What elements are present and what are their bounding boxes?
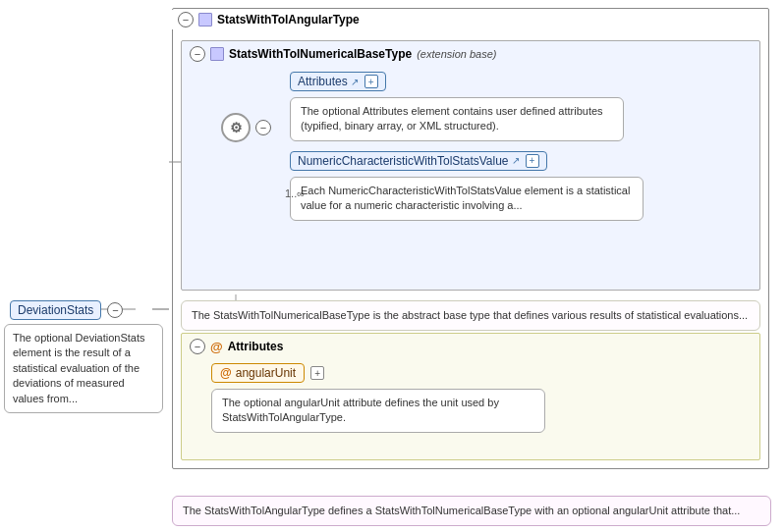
angular-unit-label: angularUnit (236, 366, 296, 380)
inner-class-name: StatsWithTolNumericalBaseType (229, 47, 412, 61)
attr-section-header: − @ Attributes (182, 334, 759, 359)
numeric-label: NumericCharacteristicWithTolStatsValue (298, 154, 509, 168)
deviation-stats-node[interactable]: DeviationStats (10, 300, 101, 320)
outer-class-name: StatsWithTolAngularType (217, 13, 360, 27)
numeric-link-icon: ↗ (512, 155, 520, 166)
inner-header: − StatsWithTolNumericalBaseType (extensi… (182, 41, 759, 67)
deviation-stats-label: DeviationStats (18, 303, 93, 317)
angular-unit-desc-box: The optional angularUnit attribute defin… (211, 389, 545, 433)
outer-collapse-btn[interactable]: − (178, 12, 194, 27)
attributes-desc-box: The optional Attributes element contains… (290, 97, 624, 141)
numeric-multiplicity: 1..∞ (285, 187, 305, 199)
angular-unit-node-row: @ angularUnit + (211, 363, 759, 383)
angular-unit-node[interactable]: @ angularUnit (211, 363, 305, 383)
bottom-desc-text: The StatsWithTolAngularType defines a St… (183, 505, 740, 516)
deviation-minus-btn[interactable]: − (107, 302, 123, 318)
deviation-stats-area: DeviationStats − (10, 300, 123, 320)
outer-class-icon (198, 13, 212, 27)
left-desc-box: The optional DeviationStats element is t… (4, 324, 163, 413)
inner-main-box: − StatsWithTolNumericalBaseType (extensi… (181, 40, 760, 291)
attributes-section-box: − @ Attributes @ angularUnit + The optio… (181, 333, 760, 460)
attr-section-label: Attributes (228, 340, 284, 353)
attributes-expand-btn[interactable]: + (364, 75, 378, 88)
diagram-container: − StatsWithTolAngularType − StatsWithTol… (0, 0, 784, 532)
numeric-expand-btn[interactable]: + (526, 154, 539, 168)
inner-content: ⚙ − Attributes ↗ + The optional Attrib (231, 72, 759, 221)
outer-box: − StatsWithTolNumericalBaseType (extensi… (172, 8, 769, 469)
mid-desc-text: The StatsWithTolNumericalBaseType is the… (192, 309, 748, 321)
numeric-desc-box: Each NumericCharacteristicWithTolStatsVa… (290, 177, 644, 221)
attributes-node-row: Attributes ↗ + (290, 72, 759, 91)
attributes-link-icon: ↗ (351, 77, 359, 87)
numeric-row: 1..∞ NumericCharacteristicWithTolStatsVa… (290, 151, 759, 221)
attributes-row: Attributes ↗ + The optional Attributes e… (290, 72, 759, 141)
outer-title-row: − StatsWithTolAngularType (172, 10, 365, 29)
angular-unit-expand[interactable]: + (310, 366, 324, 380)
angular-unit-row: @ angularUnit + The optional angularUnit… (211, 363, 759, 433)
inner-connector-area: ⚙ − (221, 113, 271, 142)
mid-desc-box: The StatsWithTolNumericalBaseType is the… (181, 300, 760, 331)
inner-minus-circle[interactable]: − (255, 120, 271, 135)
attr-at-icon: @ (210, 340, 223, 354)
numeric-desc-text: Each NumericCharacteristicWithTolStatsVa… (301, 185, 630, 211)
attributes-element-node[interactable]: Attributes ↗ + (290, 72, 386, 91)
attributes-desc-text: The optional Attributes element contains… (301, 105, 603, 132)
bottom-desc-box: The StatsWithTolAngularType defines a St… (172, 496, 771, 526)
attributes-label: Attributes (298, 75, 348, 88)
numeric-element-node[interactable]: NumericCharacteristicWithTolStatsValue ↗… (290, 151, 547, 171)
angular-unit-desc-text: The optional angularUnit attribute defin… (222, 397, 499, 423)
gear-circle[interactable]: ⚙ (221, 113, 251, 142)
inner-extension-label: (extension base) (417, 48, 496, 60)
angular-at-icon: @ (220, 366, 232, 380)
left-desc-text: The optional DeviationStats element is t… (13, 332, 145, 404)
inner-collapse-btn[interactable]: − (190, 46, 205, 62)
attr-section-minus[interactable]: − (190, 339, 205, 354)
inner-class-icon (210, 47, 224, 61)
numeric-node-row: 1..∞ NumericCharacteristicWithTolStatsVa… (290, 151, 759, 171)
